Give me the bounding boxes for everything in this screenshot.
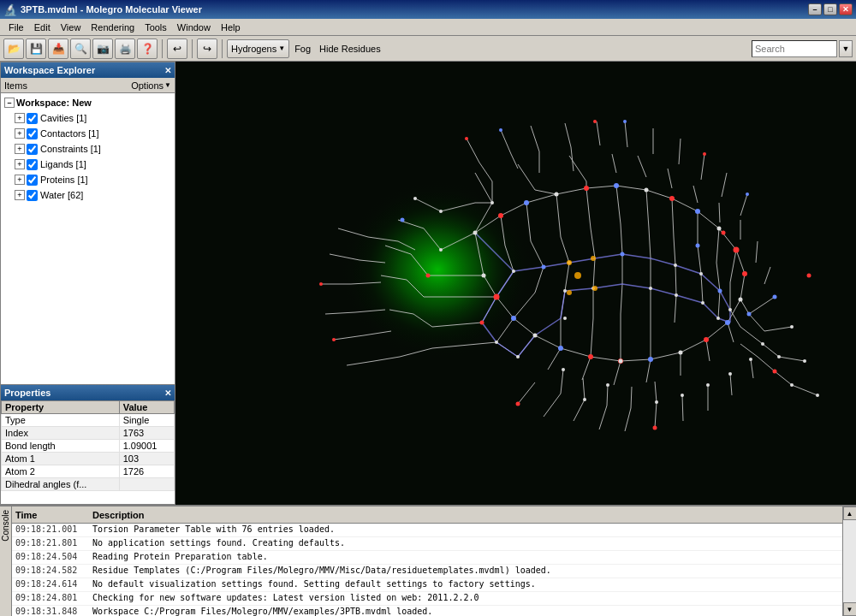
log-description: Checking for new software updates: Lates…	[89, 592, 842, 605]
svg-point-188	[498, 213, 503, 218]
properties-close-button[interactable]: ✕	[164, 388, 171, 398]
undo-button[interactable]: ↩	[167, 38, 187, 59]
menu-view[interactable]: View	[56, 21, 86, 34]
checkbox-proteins[interactable]	[27, 175, 38, 186]
properties-title: Properties	[4, 388, 51, 398]
console-tab[interactable]: Console	[0, 506, 12, 616]
svg-point-225	[746, 192, 749, 196]
log-description: Torsion Parameter Table with 76 entries …	[89, 524, 842, 536]
console-tab-label: Console	[0, 506, 12, 545]
scroll-down-button[interactable]: ▼	[843, 602, 857, 616]
hydrogens-label: Hydrogens	[231, 44, 276, 54]
menu-file[interactable]: File	[3, 21, 29, 34]
log-row: 09:18:24.801Checking for new software up…	[12, 592, 842, 606]
hide-residues-button[interactable]: Hide Residues	[316, 44, 384, 54]
checkbox-water[interactable]	[27, 190, 38, 201]
print-button[interactable]: 🖨️	[115, 38, 135, 59]
svg-point-216	[542, 265, 546, 270]
workspace-expand-icon[interactable]: –	[4, 98, 15, 108]
fog-button[interactable]: Fog	[291, 44, 314, 54]
property-name: Bond length	[2, 440, 120, 453]
title-bar-controls[interactable]: – □ ✕	[808, 3, 853, 15]
log-scrollbar[interactable]: ▲ ▼	[842, 506, 856, 616]
workspace-close-button[interactable]: ✕	[164, 66, 171, 75]
log-row: 09:18:31.848Workspace C:/Program Files/M…	[12, 606, 842, 616]
import-button[interactable]: 📥	[48, 38, 68, 59]
svg-point-263	[790, 383, 794, 387]
expand-cavities[interactable]: +	[15, 113, 25, 123]
svg-point-193	[704, 337, 709, 342]
viewport[interactable]	[175, 62, 856, 505]
svg-point-198	[480, 321, 484, 325]
molecule-viewport[interactable]	[175, 62, 856, 505]
scroll-track[interactable]	[843, 520, 857, 602]
expand-proteins[interactable]: +	[15, 175, 25, 185]
svg-point-248	[675, 293, 678, 297]
hydrogens-dropdown[interactable]: Hydrogens ▼	[227, 39, 289, 58]
workspace-toolbar: Items Options ▼	[1, 78, 175, 93]
redo-button[interactable]: ↪	[197, 38, 217, 59]
options-dropdown[interactable]: Options ▼	[131, 80, 171, 91]
expand-contactors[interactable]: +	[15, 128, 25, 139]
label-water: Water [62]	[40, 190, 83, 200]
snapshot-button[interactable]: 📷	[92, 38, 113, 59]
checkbox-ligands[interactable]	[27, 159, 38, 170]
menu-tools[interactable]: Tools	[140, 21, 172, 34]
tree-item-contactors[interactable]: + Contactors [1]	[3, 126, 173, 141]
svg-point-269	[591, 256, 596, 261]
svg-point-252	[516, 355, 520, 358]
svg-point-203	[516, 402, 520, 406]
svg-point-250	[716, 317, 720, 320]
log-time: 09:18:21.001	[12, 524, 89, 536]
svg-point-241	[728, 308, 732, 311]
log-time: 09:18:24.582	[12, 565, 89, 578]
close-button[interactable]: ✕	[839, 3, 853, 15]
svg-point-238	[649, 287, 652, 290]
log-row: 09:18:24.582Residue Templates (C:/Progra…	[12, 565, 842, 578]
hydrogens-arrow: ▼	[278, 44, 285, 52]
svg-point-270	[592, 286, 597, 291]
property-row: Dihedral angles (f...	[2, 478, 175, 491]
search-input[interactable]	[752, 40, 837, 57]
options-label: Options	[131, 80, 163, 91]
log-desc-header: Description	[92, 510, 145, 520]
svg-point-255	[606, 383, 609, 387]
menu-help[interactable]: Help	[216, 21, 246, 34]
workspace-root[interactable]: – Workspace: New	[3, 95, 173, 110]
checkbox-cavities[interactable]	[27, 113, 38, 124]
menu-edit[interactable]: Edit	[29, 21, 56, 34]
zoom-in-button[interactable]: 🔍	[70, 38, 91, 59]
log-content[interactable]: 09:18:21.001Torsion Parameter Table with…	[12, 524, 842, 616]
tree-item-ligands[interactable]: + Ligands [1]	[3, 157, 173, 172]
expand-constraints[interactable]: +	[15, 144, 25, 154]
svg-point-260	[749, 358, 752, 361]
title-bar: 🔬 3PTB.mvdml - Molegro Molecular Viewer …	[0, 0, 856, 19]
log-row: 09:18:24.504Reading Protein Preparation …	[12, 551, 842, 565]
svg-point-243	[439, 210, 443, 213]
menu-window[interactable]: Window	[172, 21, 216, 34]
tree-item-cavities[interactable]: + Cavities [1]	[3, 110, 173, 126]
svg-point-204	[465, 137, 468, 140]
maximize-button[interactable]: □	[823, 3, 837, 15]
search-dropdown-arrow[interactable]: ▼	[839, 40, 853, 57]
expand-ligands[interactable]: +	[15, 159, 25, 169]
help-button[interactable]: ❓	[137, 38, 158, 59]
workspace-name: Workspace: New	[16, 98, 92, 108]
tree-item-water[interactable]: + Water [62]	[3, 187, 173, 203]
tree-item-constraints[interactable]: + Constraints [1]	[3, 141, 173, 157]
items-label[interactable]: Items	[4, 80, 27, 91]
save-button[interactable]: 💾	[26, 38, 46, 59]
open-button[interactable]: 📂	[3, 38, 24, 59]
svg-point-217	[621, 252, 625, 257]
expand-water[interactable]: +	[15, 190, 25, 200]
svg-point-245	[439, 248, 443, 252]
minimize-button[interactable]: –	[808, 3, 822, 15]
tree-item-proteins[interactable]: + Proteins [1]	[3, 172, 173, 187]
property-row: TypeSingle	[2, 414, 175, 427]
menu-rendering[interactable]: Rendering	[86, 21, 140, 34]
svg-point-202	[653, 426, 657, 430]
checkbox-constraints[interactable]	[27, 144, 38, 155]
scroll-up-button[interactable]: ▲	[843, 506, 857, 520]
checkbox-contactors[interactable]	[27, 128, 38, 139]
log-description: Reading Protein Preparation table.	[89, 551, 842, 564]
